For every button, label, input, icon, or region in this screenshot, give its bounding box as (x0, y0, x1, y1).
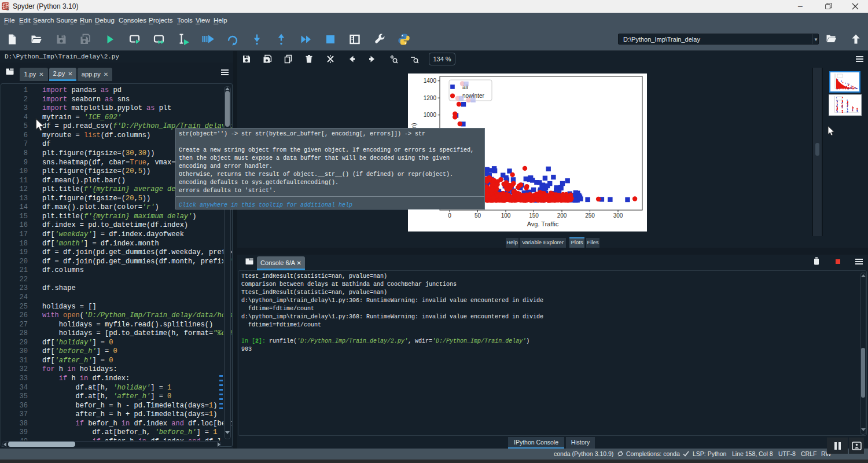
svg-text:1400: 1400 (424, 78, 437, 84)
svg-text:250: 250 (585, 212, 595, 219)
svg-text:1200: 1200 (424, 95, 437, 101)
svg-text:300: 300 (613, 212, 623, 219)
svg-text:150: 150 (529, 212, 539, 219)
svg-text:1000: 1000 (424, 112, 437, 118)
svg-text:0: 0 (448, 212, 451, 219)
svg-text:200: 200 (557, 212, 567, 219)
svg-text:s: s (6, 6, 9, 11)
svg-text:Avg. Traffic: Avg. Traffic (527, 221, 559, 227)
svg-text:100: 100 (501, 212, 511, 219)
svg-text:50: 50 (475, 212, 481, 219)
